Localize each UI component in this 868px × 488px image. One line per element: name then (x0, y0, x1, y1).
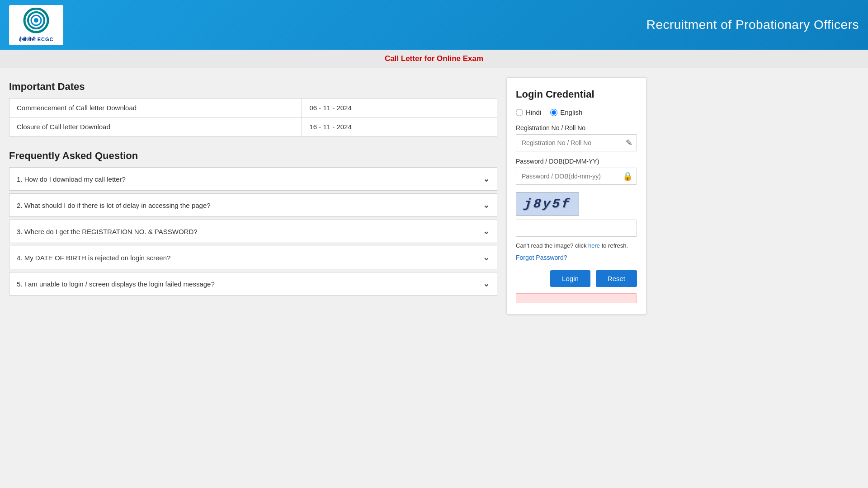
chevron-down-icon: ⌄ (483, 253, 490, 263)
important-dates-table: Commencement of Call letter Download 06 … (9, 98, 497, 136)
faq-question-2: 2. What should I do if there is lot of d… (17, 202, 211, 209)
chevron-down-icon: ⌄ (483, 200, 490, 210)
svg-point-3 (34, 18, 38, 23)
faq-question-5: 5. I am unable to login / screen display… (17, 280, 215, 288)
registration-field-label: Registration No / Roll No (516, 124, 637, 131)
hindi-label: Hindi (526, 108, 541, 116)
chevron-down-icon: ⌄ (483, 226, 490, 236)
login-title: Login Credential (516, 89, 637, 100)
password-field-label: Password / DOB(DD-MM-YY) (516, 158, 637, 165)
faq-item-5[interactable]: 5. I am unable to login / screen display… (9, 272, 497, 296)
edit-icon[interactable]: ✎ (626, 138, 632, 148)
password-input-wrapper: 🔒 (516, 168, 637, 185)
sub-header-label: Call Letter for Online Exam (385, 54, 483, 63)
faq-title: Frequently Asked Question (9, 150, 497, 162)
main-content: Important Dates Commencement of Call let… (0, 68, 868, 324)
chevron-down-icon: ⌄ (483, 174, 490, 184)
table-row: Commencement of Call letter Download 06 … (9, 99, 497, 117)
left-panel: Important Dates Commencement of Call let… (9, 77, 497, 314)
english-label: English (560, 108, 582, 116)
forgot-password-link[interactable]: Forgot Password? (516, 254, 637, 261)
login-panel: Login Credential Hindi English Registrat… (506, 77, 646, 314)
captcha-image: j8y5f (516, 192, 579, 216)
bottom-strip (516, 293, 637, 303)
english-radio-label[interactable]: English (550, 108, 582, 116)
language-selector: Hindi English (516, 108, 637, 116)
table-row: Closure of Call letter Download 16 - 11 … (9, 117, 497, 136)
logo-text: ईसीजीसी ECGC (19, 37, 54, 42)
hindi-radio-label[interactable]: Hindi (516, 108, 541, 116)
captcha-refresh-label: Can't read the image? click (516, 242, 588, 249)
hindi-radio[interactable] (516, 109, 523, 116)
important-dates-title: Important Dates (9, 81, 497, 93)
registration-input-wrapper: ✎ (516, 134, 637, 151)
registration-input[interactable] (516, 134, 637, 151)
login-buttons-container: Login Reset (516, 270, 637, 287)
faq-item-3[interactable]: 3. Where do I get the REGISTRATION NO. &… (9, 220, 497, 243)
date-label-2: Closure of Call letter Download (9, 117, 302, 136)
page-header: ईसीजीसी ECGC Recruitment of Probationary… (0, 0, 868, 50)
faq-item-1[interactable]: 1. How do I download my call letter? ⌄ (9, 167, 497, 191)
captcha-text: j8y5f (524, 197, 572, 211)
logo-container: ईसीजीसी ECGC (9, 5, 63, 45)
captcha-refresh-text: Can't read the image? click here to refr… (516, 241, 637, 250)
date-value-2: 16 - 11 - 2024 (302, 117, 497, 136)
ecgc-logo-icon (18, 8, 54, 35)
page-title: Recruitment of Probationary Officers (646, 18, 859, 32)
captcha-refresh-suffix: to refresh. (600, 242, 628, 249)
captcha-input[interactable] (516, 220, 637, 237)
password-input[interactable] (516, 168, 637, 185)
english-radio[interactable] (550, 109, 557, 116)
date-label-1: Commencement of Call letter Download (9, 99, 302, 117)
faq-question-4: 4. My DATE OF BIRTH is rejected on login… (17, 254, 170, 262)
faq-question-1: 1. How do I download my call letter? (17, 175, 126, 183)
captcha-refresh-link[interactable]: here (588, 242, 600, 249)
sub-header-banner: Call Letter for Online Exam (0, 50, 868, 68)
date-value-1: 06 - 11 - 2024 (302, 99, 497, 117)
faq-item-4[interactable]: 4. My DATE OF BIRTH is rejected on login… (9, 246, 497, 269)
faq-item-2[interactable]: 2. What should I do if there is lot of d… (9, 193, 497, 217)
lock-icon: 🔒 (623, 171, 632, 181)
login-button[interactable]: Login (550, 270, 590, 287)
reset-button[interactable]: Reset (596, 270, 637, 287)
chevron-down-icon: ⌄ (483, 279, 490, 289)
faq-question-3: 3. Where do I get the REGISTRATION NO. &… (17, 228, 198, 235)
